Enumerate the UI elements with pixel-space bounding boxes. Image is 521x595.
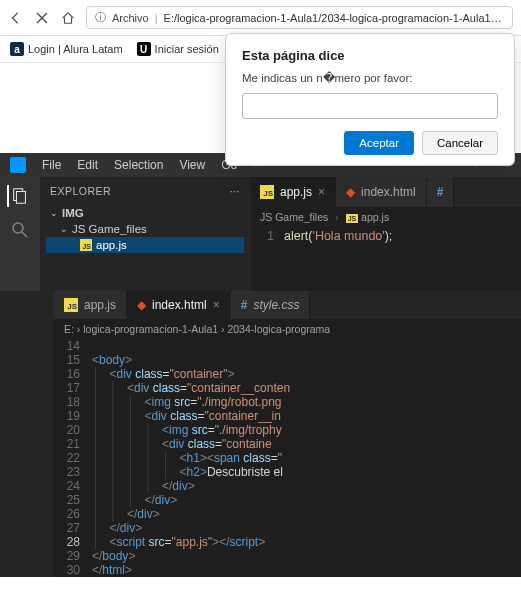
editor-tabs-2: JS app.js ◆ index.html × # style.css — [54, 291, 521, 319]
line-number: 30 — [54, 563, 92, 577]
back-icon[interactable] — [8, 10, 24, 26]
address-bar[interactable]: ⓘ Archivo | E:/logica-programacion-1-Aul… — [86, 6, 513, 29]
line-number: 15 — [54, 353, 92, 367]
browser-toolbar: ⓘ Archivo | E:/logica-programacion-1-Aul… — [0, 0, 521, 36]
explorer-more-icon[interactable]: ··· — [230, 185, 240, 197]
js-file-icon: JS — [260, 185, 274, 199]
close-icon[interactable] — [34, 10, 50, 26]
line-number: 1 — [250, 229, 284, 243]
css-file-icon: # — [241, 298, 248, 312]
html-file-icon: ◆ — [137, 298, 146, 312]
line-number: 17 — [54, 381, 92, 395]
svg-point-2 — [13, 223, 23, 233]
tab-index-2[interactable]: ◆ index.html × — [127, 291, 231, 319]
code-line: 26│ │ </div> — [54, 507, 521, 521]
code-line: 27│ </div> — [54, 521, 521, 535]
chevron-down-icon: ⌄ — [50, 208, 58, 218]
vscode-logo-icon — [10, 157, 26, 173]
explorer-title: EXPLORER — [50, 185, 111, 197]
fav-iniciar[interactable]: U Iniciar sesión — [137, 42, 219, 56]
separator: | — [155, 12, 158, 24]
archivo-label: Archivo — [112, 12, 149, 24]
activity-bar — [0, 177, 40, 291]
code-line: 25│ │ │ </div> — [54, 493, 521, 507]
line-number: 24 — [54, 479, 92, 493]
js-file-icon: JS — [346, 214, 359, 223]
search-icon[interactable] — [9, 219, 31, 241]
code-line: 29</body> — [54, 549, 521, 563]
info-icon: ⓘ — [95, 10, 106, 25]
vscode-bottom: JS app.js ◆ index.html × # style.css E: … — [0, 291, 521, 577]
fav-label: Iniciar sesión — [155, 43, 219, 55]
line-number: 27 — [54, 521, 92, 535]
cancel-button[interactable]: Cancelar — [422, 131, 498, 155]
file-label: app.js — [96, 239, 127, 251]
breadcrumb-2[interactable]: E: › logica-programacion-1-Aula1 › 2034-… — [54, 319, 521, 339]
line-number: 23 — [54, 465, 92, 479]
code-line: 15<body> — [54, 353, 521, 367]
tab-label: style.css — [253, 298, 299, 312]
code-line: 21│ │ │ │ <div class="containe — [54, 437, 521, 451]
tab-appjs[interactable]: JS app.js × — [250, 177, 336, 207]
close-icon[interactable]: × — [318, 185, 325, 199]
line-number: 14 — [54, 339, 92, 353]
code-line: 22│ │ │ │ │ <h1><span class=" — [54, 451, 521, 465]
js-file-icon: JS — [80, 239, 92, 251]
menu-selection[interactable]: Selection — [114, 158, 163, 172]
close-icon[interactable]: × — [213, 298, 220, 312]
crumb-folder: JS Game_files — [260, 211, 328, 223]
crumb-p3: 2034-logica-programa — [227, 323, 330, 335]
code-line: 28│ <script src="app.js"></script> — [54, 535, 521, 549]
tab-appjs-2[interactable]: JS app.js — [54, 291, 127, 319]
menu-edit[interactable]: Edit — [77, 158, 98, 172]
dialog-title: Esta página dice — [242, 48, 498, 63]
ok-button[interactable]: Aceptar — [344, 131, 414, 155]
fav-alura[interactable]: a Login | Alura Latam — [10, 42, 123, 56]
line-number: 19 — [54, 409, 92, 423]
js-prompt-dialog: Esta página dice Me indicas un n�mero po… — [225, 33, 515, 166]
dialog-message: Me indicas un n�mero por favor: — [242, 71, 498, 85]
code-line: 19│ │ │ <div class="container__in — [54, 409, 521, 423]
editor-panel: JS app.js × ◆ index.html # JS Game_files… — [250, 177, 521, 291]
html-file-icon: ◆ — [346, 185, 355, 199]
chevron-right-icon: › — [335, 211, 339, 223]
code-area[interactable]: 1 alert('Hola mundo'); — [250, 227, 521, 245]
line-number: 26 — [54, 507, 92, 521]
tab-label: index.html — [152, 298, 207, 312]
explorer-icon[interactable] — [7, 185, 29, 207]
code-line: alert('Hola mundo'); — [284, 229, 521, 243]
crumb-p2: logica-programacion-1-Aula1 — [83, 323, 218, 335]
tab-style-2[interactable]: # style.css — [231, 291, 311, 319]
home-icon[interactable] — [60, 10, 76, 26]
menu-file[interactable]: File — [42, 158, 61, 172]
js-file-icon: JS — [64, 298, 78, 312]
explorer-panel: EXPLORER ··· ⌄ IMG ⌄ JS Game_files JS ap… — [40, 177, 250, 291]
breadcrumb[interactable]: JS Game_files › JS app.js — [250, 207, 521, 227]
tab-more[interactable]: # — [427, 177, 455, 207]
code-area-2[interactable]: 1415<body>16│ <div class="container">17│… — [54, 339, 521, 577]
tree-root[interactable]: ⌄ IMG — [46, 205, 244, 221]
line-number: 22 — [54, 451, 92, 465]
tree-folder[interactable]: ⌄ JS Game_files — [46, 221, 244, 237]
line-number: 16 — [54, 367, 92, 381]
crumb-p1: E: — [64, 323, 74, 335]
code-line: 30</html> — [54, 563, 521, 577]
prompt-input[interactable] — [242, 93, 498, 119]
crumb-file: app.js — [361, 211, 389, 223]
code-line: 16│ <div class="container"> — [54, 367, 521, 381]
code-line: 24│ │ │ │ </div> — [54, 479, 521, 493]
tab-index[interactable]: ◆ index.html — [336, 177, 427, 207]
line-number: 29 — [54, 549, 92, 563]
editor-tabs: JS app.js × ◆ index.html # — [250, 177, 521, 207]
code-line: 18│ │ │ <img src="./img/robot.png — [54, 395, 521, 409]
svg-rect-1 — [16, 192, 25, 204]
u-icon: U — [137, 42, 151, 56]
tree-file-appjs[interactable]: JS app.js — [46, 237, 244, 253]
tab-label: app.js — [84, 298, 116, 312]
code-line: 23│ │ │ │ │ <h2>Descubriste el — [54, 465, 521, 479]
menu-view[interactable]: View — [179, 158, 205, 172]
vscode-top: File Edit Selection View Go ··· ← → EXPL… — [0, 153, 521, 291]
root-label: IMG — [62, 207, 84, 219]
line-number: 18 — [54, 395, 92, 409]
side-gutter — [0, 291, 54, 577]
